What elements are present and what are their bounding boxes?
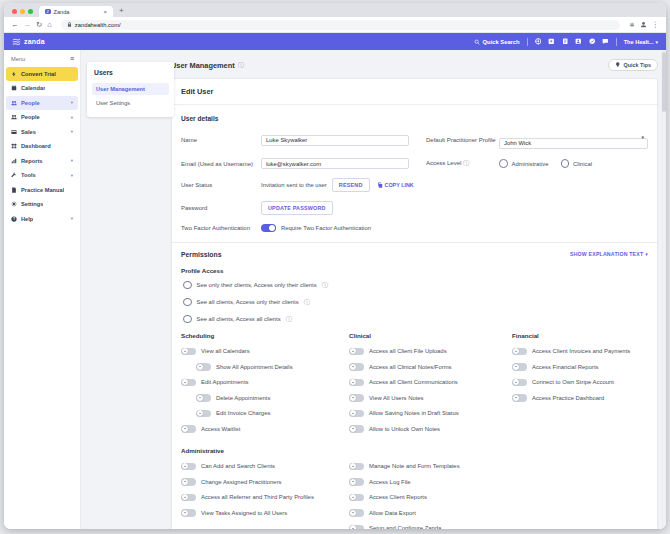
quick-search-button[interactable]: Quick Search <box>474 39 520 45</box>
practitioner-value[interactable] <box>499 138 648 149</box>
radio-see-only-their-clients-access-only-their-clients[interactable] <box>183 281 192 290</box>
toggle-show-all-appointment-details[interactable] <box>196 363 211 371</box>
permission-label: Access Client Invoices and Payments <box>532 348 630 354</box>
toggle-allow-to-unlock-own-notes[interactable] <box>349 425 364 433</box>
home-icon[interactable]: ⌂ <box>47 21 52 29</box>
sidebar-item-practice-manual[interactable]: Practice Manual <box>6 183 78 197</box>
app-header: zanda Quick Search The Healt... ▾ <box>4 33 666 50</box>
info-icon[interactable]: ⓘ <box>286 315 292 324</box>
wrench-icon <box>11 172 17 178</box>
toggle-access-all-client-communications[interactable] <box>349 379 364 387</box>
info-icon[interactable]: ⓘ <box>238 61 244 70</box>
extensions-icon[interactable]: ✲ <box>629 22 634 28</box>
reload-icon[interactable]: ↻ <box>36 21 42 29</box>
new-tab-button[interactable]: + <box>119 6 124 15</box>
toggle-access-waitlist[interactable] <box>181 425 196 433</box>
toggle-edit-appointments[interactable] <box>181 379 196 387</box>
scrollbar[interactable] <box>661 50 666 529</box>
radio-clinical[interactable] <box>561 159 570 168</box>
sidebar-item-dashboard[interactable]: Dashboard <box>6 140 78 154</box>
toggle-allow-data-export[interactable] <box>349 509 364 517</box>
copy-link-button[interactable]: COPY LINK <box>377 182 414 188</box>
sidebar-item-calendar[interactable]: Calendar <box>6 82 78 96</box>
toggle-access-all-clinical-notes-forms[interactable] <box>349 363 364 371</box>
sidebar-item-convert-trial[interactable]: Convert Trial <box>6 67 78 81</box>
info-icon[interactable]: ⓘ <box>304 298 310 307</box>
name-field[interactable] <box>261 135 409 146</box>
chevron-down-icon: ▾ <box>645 251 648 257</box>
subnav-item-user-management[interactable]: User Management <box>92 83 169 95</box>
scrollbar-thumb[interactable] <box>662 52 666 112</box>
two-factor-toggle[interactable] <box>261 224 276 232</box>
practitioner-select[interactable]: ▾ <box>499 131 648 149</box>
tab-title: Zanda <box>54 9 70 15</box>
sidebar-item-sales[interactable]: Sales▾ <box>6 125 78 139</box>
toggle-setup-and-configure-zanda[interactable] <box>349 525 364 530</box>
hamburger-icon[interactable]: ≡ <box>70 55 74 62</box>
toggle-access-client-invoices-and-payments[interactable] <box>512 348 527 356</box>
toggle-access-all-referrer-and-third-party-profiles[interactable] <box>181 494 196 502</box>
invoices-button[interactable] <box>562 38 569 45</box>
toggle-manage-note-and-form-templates[interactable] <box>349 463 364 471</box>
subnav-item-user-settings[interactable]: User Settings <box>92 97 169 109</box>
screenshot-stage: Z Zanda × + ← → ↻ ⌂ zandahealth.com/ ✲ ⋮ <box>0 0 670 534</box>
chevron-down-icon: ▾ <box>71 173 73 178</box>
sidebar-item-people[interactable]: People▾ <box>6 96 78 110</box>
show-explanation-link[interactable]: SHOW EXPLANATION TEXT ▾ <box>570 251 648 257</box>
sidebar-item-label: Tools <box>21 172 36 178</box>
sidebar-item-label: Help <box>21 216 33 222</box>
toggle-view-all-users-notes[interactable] <box>349 394 364 402</box>
browser-profile-icon[interactable] <box>640 21 647 28</box>
address-bar[interactable]: zandahealth.com/ <box>61 20 621 30</box>
sidebar-item-reports[interactable]: Reports▾ <box>6 154 78 168</box>
forward-icon[interactable]: → <box>24 21 32 29</box>
toggle-access-financial-reports[interactable] <box>512 363 527 371</box>
sidebar-item-people[interactable]: People▾ <box>6 111 78 125</box>
sidebar-item-tools[interactable]: Tools▾ <box>6 169 78 183</box>
update-password-button[interactable]: UPDATE PASSWORD <box>261 201 333 215</box>
toggle-access-all-client-file-uploads[interactable] <box>349 348 364 356</box>
close-window-icon[interactable] <box>12 9 17 14</box>
toggle-access-log-file[interactable] <box>349 478 364 486</box>
zanda-logo[interactable]: zanda <box>12 37 45 46</box>
resend-button[interactable]: RESEND <box>332 178 370 192</box>
email-field[interactable] <box>261 158 409 169</box>
quick-tips-button[interactable]: Quick Tips <box>608 59 658 71</box>
toggle-connect-to-own-stripe-account[interactable] <box>512 379 527 387</box>
quick-nav-button[interactable] <box>535 38 542 45</box>
minimize-window-icon[interactable] <box>20 9 25 14</box>
radio-see-all-clients-access-only-their-clients[interactable] <box>183 298 192 307</box>
messages-button[interactable] <box>602 38 609 45</box>
new-appointment-button[interactable] <box>548 38 555 45</box>
tasks-button[interactable] <box>589 38 596 45</box>
info-icon[interactable]: ⓘ <box>463 160 469 166</box>
maximize-window-icon[interactable] <box>28 9 33 14</box>
toggle-can-add-and-search-clients[interactable] <box>181 463 196 471</box>
subnav-title: Users <box>94 69 167 76</box>
toggle-view-tasks-assigned-to-all-users[interactable] <box>181 509 196 517</box>
radio-administrative[interactable] <box>499 159 508 168</box>
toggle-allow-saving-notes-in-draft-status[interactable] <box>349 410 364 418</box>
back-icon[interactable]: ← <box>11 21 19 29</box>
toggle-change-assigned-practitioners[interactable] <box>181 478 196 486</box>
sidebar-menu-row: Menu ≡ <box>4 52 80 66</box>
toggle-access-client-reports[interactable] <box>349 494 364 502</box>
browser-tab[interactable]: Z Zanda × <box>39 6 113 17</box>
browser-menu-icon[interactable]: ⋮ <box>652 21 660 29</box>
password-row: Password UPDATE PASSWORD <box>181 201 648 215</box>
contacts-button[interactable] <box>575 38 582 45</box>
doc-icon <box>11 187 17 193</box>
info-icon[interactable]: ⓘ <box>322 281 328 290</box>
toggle-view-all-calendars[interactable] <box>181 348 196 356</box>
toggle-delete-appointments[interactable] <box>196 394 211 402</box>
tab-close-icon[interactable]: × <box>103 9 107 15</box>
permission-row: Access Client Invoices and Payments <box>512 348 648 356</box>
sidebar-item-help[interactable]: ?Help▾ <box>6 212 78 226</box>
radio-see-all-clients-access-all-clients[interactable] <box>183 315 192 324</box>
permission-row: Access Practice Dashboard <box>512 394 648 402</box>
toggle-edit-invoice-charges[interactable] <box>196 410 211 418</box>
account-menu[interactable]: The Healt... ▾ <box>624 39 658 45</box>
toggle-access-practice-dashboard[interactable] <box>512 394 527 402</box>
permission-label: Delete Appointments <box>216 395 270 401</box>
sidebar-item-settings[interactable]: Settings <box>6 198 78 212</box>
